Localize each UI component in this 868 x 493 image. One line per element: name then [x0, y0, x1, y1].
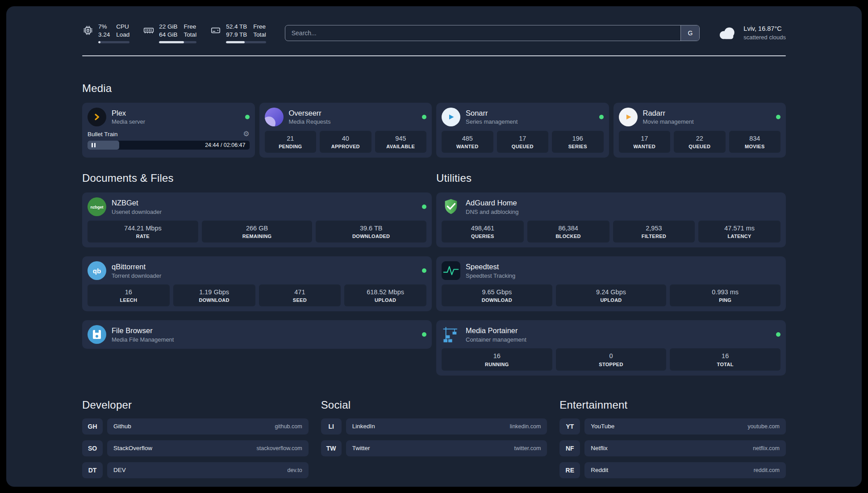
stat-tile: 0 STOPPED	[556, 348, 667, 370]
stat-tile: 196 SERIES	[552, 131, 604, 153]
bookmark-abbr: SO	[82, 440, 103, 456]
stat-value: 39.6 TB	[317, 224, 425, 232]
ram-icon	[143, 25, 154, 36]
stat-tile: 17 WANTED	[619, 131, 671, 153]
stat-tile: 16 TOTAL	[670, 348, 780, 370]
stat-label: WANTED	[621, 144, 669, 149]
service-title: Sonarr	[466, 109, 594, 118]
radarr-icon	[619, 108, 638, 126]
search-input[interactable]	[285, 25, 681, 41]
stat-label: PING	[672, 297, 779, 303]
bookmark-url: github.com	[275, 423, 302, 430]
stat-value: 40	[321, 134, 370, 142]
ram-usage-bar	[159, 41, 196, 43]
bookmark-netflix[interactable]: NF Netflix netflix.com	[559, 440, 786, 456]
stat-value: 485	[443, 134, 492, 142]
stat-tile: 39.6 TB DOWNLOADED	[316, 221, 426, 242]
service-subtitle: Series management	[466, 118, 594, 125]
playback-time: 24:44 / 02:06:47	[205, 142, 245, 148]
stat-value: 16	[443, 352, 551, 360]
stat-value: 2,953	[615, 224, 693, 232]
bookmark-reddit[interactable]: RE Reddit reddit.com	[559, 462, 786, 478]
stat-tile: 2,953 FILTERED	[613, 221, 695, 242]
service-card-portainer[interactable]: Media Portainer Container management 16 …	[436, 320, 786, 375]
bookmark-url: youtube.com	[747, 423, 780, 430]
service-card-nzbget[interactable]: nzbget NZBGet Usenet downloader 744.21 M…	[82, 192, 432, 247]
cpu-percent: 7%	[98, 23, 110, 31]
bookmark-stackoverflow[interactable]: SO StackOverflow stackoverflow.com	[82, 440, 309, 456]
bookmark-group-social: Social LI LinkedIn linkedin.com TW Twitt…	[321, 399, 547, 484]
service-card-radarr[interactable]: Radarr Movie management 17 WANTED 22 QUE…	[613, 103, 786, 158]
disk-labels: Free Total	[253, 23, 266, 38]
stat-value: 0.993 ms	[672, 288, 779, 296]
stat-value: 9.24 Gbps	[558, 288, 665, 296]
bookmark-github[interactable]: GH Github github.com	[82, 418, 309, 435]
bookmark-group-entertainment: Entertainment YT YouTube youtube.com NF …	[559, 399, 786, 484]
playback-progress-bar[interactable]: 24:44 / 02:06:47	[88, 141, 250, 150]
cpu-widget: 7% 3.24 CPU Load	[82, 23, 129, 43]
status-dot	[245, 115, 250, 119]
utilities-section: Utilities	[436, 172, 786, 375]
service-card-speedtest[interactable]: Speedtest Speedtest Tracking 9.65 Gbps D…	[436, 256, 786, 311]
cpu-load-value: 3.24	[98, 31, 110, 39]
stat-value: 86,384	[529, 224, 608, 232]
stat-label: UPLOAD	[346, 297, 425, 303]
bookmark-youtube[interactable]: YT YouTube youtube.com	[559, 418, 786, 435]
service-card-overseerr[interactable]: Overseerr Media Requests 21 PENDING 40 A…	[259, 103, 432, 158]
nzbget-icon: nzbget	[88, 197, 106, 216]
ram-label-2: Total	[184, 31, 197, 39]
stat-tile: 744.21 Mbps RATE	[88, 221, 198, 242]
cpu-chip-icon	[82, 25, 94, 36]
bookmark-abbr: TW	[321, 440, 342, 456]
stat-tile: 17 QUEUED	[497, 131, 549, 153]
bookmark-linkedin[interactable]: LI LinkedIn linkedin.com	[321, 418, 547, 435]
status-dot	[599, 115, 604, 119]
bookmark-url: reddit.com	[754, 467, 780, 473]
gear-icon[interactable]: ⚙	[243, 130, 249, 138]
status-dot	[422, 115, 426, 119]
stat-label: RATE	[89, 234, 196, 239]
service-subtitle: Usenet downloader	[112, 209, 417, 215]
weather-widget: Lviv, 16.87°C scattered clouds	[718, 25, 786, 41]
disk-free-value: 52.4 TB	[226, 23, 247, 31]
service-title: Radarr	[643, 109, 771, 118]
stat-tile: 485 WANTED	[442, 131, 493, 153]
bookmark-url: linkedin.com	[510, 423, 541, 430]
stat-tile: 22 QUEUED	[674, 131, 726, 153]
service-card-adguard[interactable]: AdGuard Home DNS and adblocking 498,461 …	[436, 192, 786, 247]
bookmark-name: StackOverflow	[113, 445, 152, 451]
stat-tile: 945 AVAILABLE	[375, 131, 427, 153]
media-section: Plex Media server Bullet Train ⚙ 24:44 /…	[82, 103, 786, 158]
stat-tile: 86,384 BLOCKED	[527, 221, 609, 242]
portainer-icon	[442, 325, 460, 344]
stat-value: 196	[554, 134, 602, 142]
service-subtitle: DNS and adblocking	[466, 209, 780, 215]
service-card-qbittorrent[interactable]: qb qBittorrent Torrent downloader 16 LEE…	[82, 256, 432, 311]
stat-value: 945	[377, 134, 425, 142]
ram-labels: Free Total	[184, 23, 197, 38]
bookmark-twitter[interactable]: TW Twitter twitter.com	[321, 440, 547, 456]
stat-label: PENDING	[267, 144, 315, 149]
stat-label: TOTAL	[672, 362, 779, 367]
bookmark-url: netflix.com	[753, 445, 780, 451]
ram-label-1: Free	[184, 23, 197, 31]
search-engine-button[interactable]: G	[680, 25, 699, 41]
stat-value: 22	[676, 134, 724, 142]
stat-label: RUNNING	[443, 362, 551, 367]
service-subtitle: Torrent downloader	[112, 272, 417, 279]
stat-value: 16	[89, 288, 168, 296]
bookmark-dev[interactable]: DT DEV dev.to	[82, 462, 309, 478]
service-title: Media Portainer	[466, 326, 771, 335]
pause-icon[interactable]	[92, 143, 96, 147]
disk-label-2: Total	[253, 31, 266, 39]
bookmark-name: Netflix	[591, 445, 608, 451]
stat-label: QUERIES	[443, 234, 522, 239]
stat-label: WANTED	[443, 144, 492, 149]
service-card-plex[interactable]: Plex Media server Bullet Train ⚙ 24:44 /…	[82, 103, 255, 158]
stat-tile: 1.19 Gbps DOWNLOAD	[173, 284, 255, 306]
service-card-sonarr[interactable]: Sonarr Series management 485 WANTED 17 Q…	[436, 103, 609, 158]
bookmark-name: Twitter	[352, 445, 370, 451]
service-card-filebrowser[interactable]: File Browser Media File Management	[82, 320, 432, 349]
stat-value: 17	[499, 134, 547, 142]
service-subtitle: Media Requests	[289, 118, 417, 125]
